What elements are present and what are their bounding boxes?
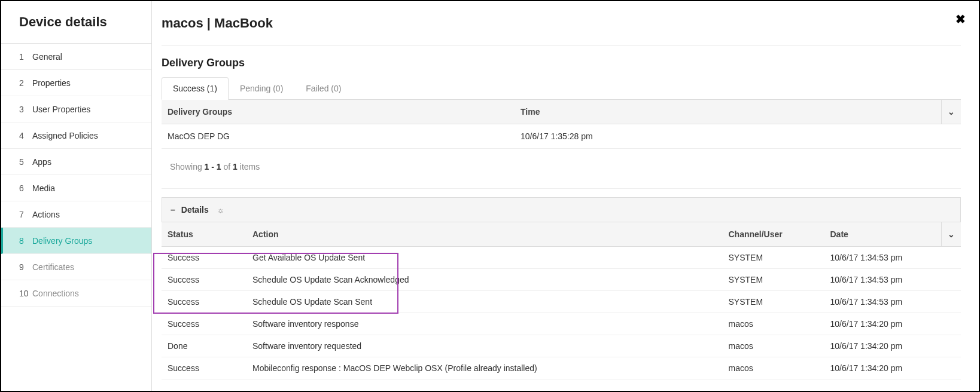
det-cell-action: Schedule OS Update Scan Acknowledged: [246, 269, 723, 291]
sidebar-item-actions[interactable]: 7Actions: [1, 201, 151, 228]
det-cell-action: Software inventory requested: [246, 335, 723, 357]
nav-label: Properties: [32, 78, 71, 88]
sidebar-item-delivery-groups[interactable]: 8Delivery Groups: [1, 228, 151, 254]
det-cell-channel: SYSTEM: [723, 269, 824, 291]
pager: Showing 1 - 1 of 1 items: [162, 149, 961, 189]
det-cell-spacer: [942, 247, 961, 269]
det-col-status: Status: [162, 222, 246, 247]
nav-number: 6: [19, 183, 32, 193]
details-title: Details: [181, 205, 209, 215]
det-cell-date: 10/6/17 1:34:53 pm: [824, 291, 942, 313]
det-col-date: Date: [824, 222, 942, 247]
det-cell-action: Get Available OS Update Sent: [246, 247, 723, 269]
nav-label: Actions: [32, 210, 60, 219]
sidebar-item-user-properties[interactable]: 3User Properties: [1, 96, 151, 122]
dg-expand-toggle[interactable]: ⌄: [942, 100, 961, 124]
det-cell-spacer: [942, 313, 961, 335]
det-cell-date: 10/6/17 1:34:20 pm: [824, 335, 942, 357]
nav-label: Connections: [32, 289, 79, 298]
det-col-channel: Channel/User: [723, 222, 824, 247]
nav-label: General: [32, 52, 62, 62]
table-row[interactable]: SuccessMobileconfig response : MacOS DEP…: [162, 357, 961, 379]
det-cell-date: 10/6/17 1:34:20 pm: [824, 313, 942, 335]
dg-col-group: Delivery Groups: [162, 100, 515, 124]
delivery-groups-table: Delivery Groups Time ⌄ MacOS DEP DG 10/6…: [162, 100, 961, 149]
det-col-action: Action: [246, 222, 723, 247]
nav-label: Delivery Groups: [32, 236, 92, 246]
nav-number: 3: [19, 105, 32, 114]
nav-number: 10: [19, 289, 32, 298]
det-cell-channel: SYSTEM: [723, 247, 824, 269]
sidebar-item-properties[interactable]: 2Properties: [1, 70, 151, 96]
det-cell-status: Success: [162, 291, 246, 313]
sidebar-item-certificates[interactable]: 9Certificates: [1, 254, 151, 280]
nav-label: Certificates: [32, 262, 74, 272]
details-header[interactable]: – Details ☼: [162, 197, 961, 222]
det-cell-status: Success: [162, 357, 246, 379]
sidebar-item-assigned-policies[interactable]: 4Assigned Policies: [1, 122, 151, 149]
dg-cell-time: 10/6/17 1:35:28 pm: [515, 124, 961, 149]
dg-col-time: Time: [515, 100, 942, 124]
det-cell-action: Mobileconfig response : MacOS DEP Webcli…: [246, 357, 723, 379]
det-cell-date: 10/6/17 1:34:20 pm: [824, 357, 942, 379]
det-cell-channel: SYSTEM: [723, 291, 824, 313]
details-table: Status Action Channel/User Date ⌄ Succes…: [162, 222, 961, 379]
det-cell-spacer: [942, 291, 961, 313]
table-row[interactable]: DoneSoftware inventory requestedmacos10/…: [162, 335, 961, 357]
det-cell-status: Success: [162, 313, 246, 335]
det-cell-action: Software inventory response: [246, 313, 723, 335]
sidebar-item-media[interactable]: 6Media: [1, 175, 151, 201]
det-cell-spacer: [942, 335, 961, 357]
table-row[interactable]: SuccessSchedule OS Update Scan Acknowled…: [162, 269, 961, 291]
det-cell-spacer: [942, 269, 961, 291]
main-panel: ✖ macos | MacBook Delivery Groups Succes…: [152, 1, 979, 391]
det-cell-spacer: [942, 357, 961, 379]
chevron-down-icon: ⌄: [948, 107, 955, 117]
dg-cell-group: MacOS DEP DG: [162, 124, 515, 149]
det-cell-channel: macos: [723, 335, 824, 357]
pager-prefix: Showing: [170, 162, 205, 172]
det-cell-status: Done: [162, 335, 246, 357]
nav-number: 5: [19, 157, 32, 167]
close-icon[interactable]: ✖: [955, 12, 966, 26]
page-title: macos | MacBook: [162, 13, 961, 46]
det-cell-channel: macos: [723, 357, 824, 379]
sidebar-item-apps[interactable]: 5Apps: [1, 149, 151, 175]
dg-tabs: Success (1) Pending (0) Failed (0): [162, 76, 961, 100]
section-title-delivery-groups: Delivery Groups: [162, 46, 961, 76]
table-row[interactable]: SuccessGet Available OS Update SentSYSTE…: [162, 247, 961, 269]
collapse-icon: –: [171, 205, 175, 215]
sidebar-nav: 1General 2Properties 3User Properties 4A…: [1, 44, 151, 307]
sidebar: Device details 1General 2Properties 3Use…: [1, 1, 152, 391]
pager-total: 1: [233, 162, 238, 172]
det-cell-action: Schedule OS Update Scan Sent: [246, 291, 723, 313]
det-cell-date: 10/6/17 1:34:53 pm: [824, 269, 942, 291]
table-row[interactable]: SuccessSoftware inventory responsemacos1…: [162, 313, 961, 335]
tab-failed[interactable]: Failed (0): [294, 77, 352, 100]
det-cell-channel: macos: [723, 313, 824, 335]
sidebar-item-connections[interactable]: 10Connections: [1, 280, 151, 307]
nav-label: Apps: [32, 157, 51, 167]
tab-pending[interactable]: Pending (0): [229, 77, 294, 100]
nav-label: Media: [32, 183, 55, 193]
det-cell-status: Success: [162, 269, 246, 291]
pager-mid: of: [221, 162, 233, 172]
tab-success[interactable]: Success (1): [162, 77, 229, 100]
nav-number: 2: [19, 78, 32, 88]
sidebar-item-general[interactable]: 1General: [1, 44, 151, 70]
nav-number: 7: [19, 210, 32, 219]
chevron-down-icon: ⌄: [948, 229, 955, 239]
table-row[interactable]: SuccessSchedule OS Update Scan SentSYSTE…: [162, 291, 961, 313]
nav-number: 1: [19, 52, 32, 62]
nav-number: 4: [19, 131, 32, 140]
nav-label: Assigned Policies: [32, 131, 98, 140]
pager-suffix: items: [238, 162, 260, 172]
nav-label: User Properties: [32, 105, 90, 114]
table-row[interactable]: MacOS DEP DG 10/6/17 1:35:28 pm: [162, 124, 961, 149]
nav-number: 9: [19, 262, 32, 272]
det-cell-status: Success: [162, 247, 246, 269]
pager-range: 1 - 1: [205, 162, 221, 172]
gear-icon[interactable]: ☼: [217, 206, 224, 215]
nav-number: 8: [19, 236, 32, 246]
det-expand-toggle[interactable]: ⌄: [942, 222, 961, 247]
